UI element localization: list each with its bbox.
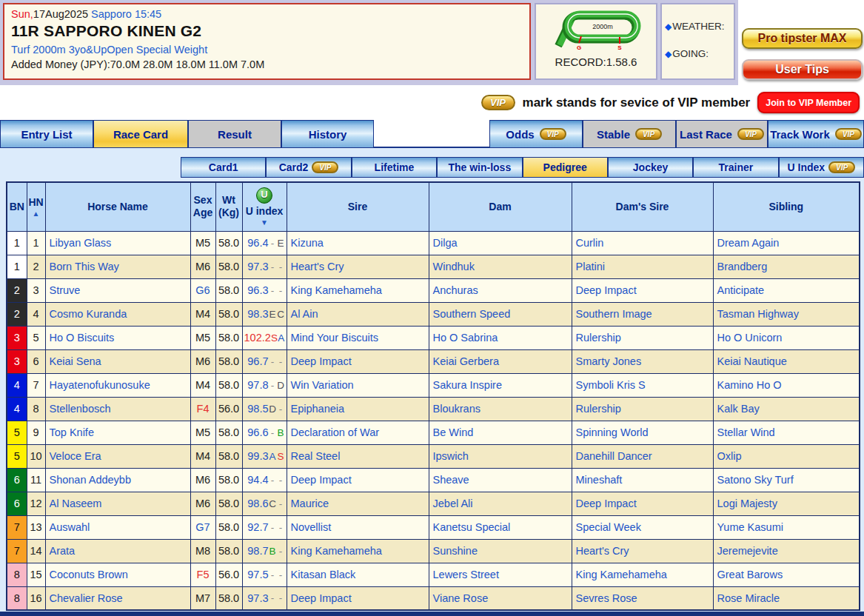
dam-link[interactable]: Sunshine: [429, 539, 572, 563]
dam-link[interactable]: Windhuk: [429, 255, 572, 278]
dam-link[interactable]: Southern Speed: [429, 302, 572, 326]
horse-name-link[interactable]: Hayatenofukunosuke: [45, 373, 190, 397]
dam-sire-link[interactable]: Mineshaft: [572, 468, 713, 492]
sibling-link[interactable]: Brandberg: [713, 255, 860, 278]
dam-sire-link[interactable]: Platini: [572, 255, 713, 278]
dam-sire-link[interactable]: Smarty Jones: [572, 349, 713, 373]
horse-name-link[interactable]: Al Naseem: [45, 492, 190, 515]
subtab-pedigree[interactable]: Pedigree: [523, 157, 608, 178]
sire-link[interactable]: Deep Impact: [287, 586, 429, 610]
dam-sire-link[interactable]: Rulership: [572, 397, 713, 421]
dam-sire-link[interactable]: Deep Impact: [572, 278, 713, 302]
pro-tipster-max-button[interactable]: Pro tipster MAX: [742, 28, 863, 49]
sire-link[interactable]: Win Variation: [287, 373, 429, 397]
sire-link[interactable]: Al Ain: [287, 302, 429, 326]
sibling-link[interactable]: Rose Miracle: [713, 586, 860, 610]
sire-link[interactable]: Mind Your Biscuits: [287, 326, 429, 349]
sibling-link[interactable]: Keiai Nautique: [713, 349, 860, 373]
sibling-link[interactable]: Satono Sky Turf: [713, 468, 860, 492]
sibling-link[interactable]: Jeremejevite: [713, 539, 860, 563]
tab-result[interactable]: Result: [188, 120, 281, 148]
dam-sire-link[interactable]: Deep Impact: [572, 492, 713, 515]
horse-name-link[interactable]: Libyan Glass: [45, 231, 190, 255]
dam-sire-link[interactable]: Danehill Dancer: [572, 444, 713, 468]
tab-stable[interactable]: StableVIP: [583, 120, 676, 148]
subtab-card2[interactable]: Card2VIP: [266, 157, 351, 178]
horse-name-link[interactable]: Auswahl: [45, 515, 190, 539]
tab-odds[interactable]: OddsVIP: [489, 120, 583, 148]
horse-name-link[interactable]: Cosmo Kuranda: [45, 302, 190, 326]
tab-last-race[interactable]: Last RaceVIP: [676, 120, 768, 148]
sire-link[interactable]: Novellist: [287, 515, 429, 539]
join-vip-button[interactable]: Join to VIP Member: [757, 92, 860, 113]
tab-history[interactable]: History: [281, 120, 374, 148]
horse-name-link[interactable]: Veloce Era: [45, 444, 190, 468]
dam-sire-link[interactable]: Heart's Cry: [572, 539, 713, 563]
tab-race-card[interactable]: Race Card: [93, 120, 188, 148]
subtab-the-win-loss[interactable]: The win-loss: [437, 157, 522, 178]
sire-link[interactable]: King Kamehameha: [287, 278, 429, 302]
horse-name-link[interactable]: Born This Way: [45, 255, 190, 278]
dam-link[interactable]: Kanetsu Special: [429, 515, 572, 539]
horse-name-link[interactable]: Coconuts Brown: [45, 563, 190, 586]
dam-sire-link[interactable]: Spinning World: [572, 421, 713, 444]
sire-link[interactable]: Epiphaneia: [287, 397, 429, 421]
dam-sire-link[interactable]: Special Week: [572, 515, 713, 539]
dam-link[interactable]: Ipswich: [429, 444, 572, 468]
sibling-link[interactable]: Kamino Ho O: [713, 373, 860, 397]
sire-link[interactable]: Heart's Cry: [287, 255, 429, 278]
sibling-link[interactable]: Stellar Wind: [713, 421, 860, 444]
col-header-u-index[interactable]: UU index▼: [242, 182, 287, 231]
dam-sire-link[interactable]: Curlin: [572, 231, 713, 255]
subtab-card1[interactable]: Card1: [181, 157, 266, 178]
sire-link[interactable]: Declaration of War: [287, 421, 429, 444]
horse-name-link[interactable]: Arata: [45, 539, 190, 563]
dam-sire-link[interactable]: King Kamehameha: [572, 563, 713, 586]
subtab-u-index[interactable]: U IndexVIP: [779, 157, 864, 178]
dam-link[interactable]: Jebel Ali: [429, 492, 572, 515]
dam-link[interactable]: Sheave: [429, 468, 572, 492]
horse-name-link[interactable]: Stellenbosch: [45, 397, 190, 421]
sire-link[interactable]: Real Steel: [287, 444, 429, 468]
dam-link[interactable]: Lewers Street: [429, 563, 572, 586]
horse-name-link[interactable]: Shonan Addeybb: [45, 468, 190, 492]
sire-link[interactable]: Deep Impact: [287, 468, 429, 492]
sort-asc-icon[interactable]: ▲: [27, 210, 45, 218]
user-tips-button[interactable]: User Tips: [742, 59, 863, 80]
dam-link[interactable]: Sakura Inspire: [429, 373, 572, 397]
subtab-trainer[interactable]: Trainer: [693, 157, 778, 178]
dam-sire-link[interactable]: Rulership: [572, 326, 713, 349]
sire-link[interactable]: King Kamehameha: [287, 539, 429, 563]
sire-link[interactable]: Deep Impact: [287, 349, 429, 373]
sire-link[interactable]: Kitasan Black: [287, 563, 429, 586]
sibling-link[interactable]: Oxlip: [713, 444, 860, 468]
horse-name-link[interactable]: Chevalier Rose: [45, 586, 190, 610]
dam-link[interactable]: Dilga: [429, 231, 572, 255]
dam-sire-link[interactable]: Symboli Kris S: [572, 373, 713, 397]
sibling-link[interactable]: Great Barows: [713, 563, 860, 586]
sibling-link[interactable]: Kalk Bay: [713, 397, 860, 421]
sibling-link[interactable]: Ho O Unicorn: [713, 326, 860, 349]
horse-name-link[interactable]: Keiai Sena: [45, 349, 190, 373]
horse-name-link[interactable]: Ho O Biscuits: [45, 326, 190, 349]
dam-link[interactable]: Ho O Sabrina: [429, 326, 572, 349]
dam-sire-link[interactable]: Southern Image: [572, 302, 713, 326]
sire-link[interactable]: Maurice: [287, 492, 429, 515]
sibling-link[interactable]: Logi Majesty: [713, 492, 860, 515]
sort-desc-icon[interactable]: ▼: [243, 219, 287, 227]
horse-name-link[interactable]: Top Knife: [45, 421, 190, 444]
tab-entry-list[interactable]: Entry List: [0, 120, 93, 148]
subtab-lifetime[interactable]: Lifetime: [352, 157, 437, 178]
tab-track-work[interactable]: Track WorkVIP: [768, 120, 864, 148]
dam-sire-link[interactable]: Sevres Rose: [572, 586, 713, 610]
dam-link[interactable]: Bloukrans: [429, 397, 572, 421]
sibling-link[interactable]: Yume Kasumi: [713, 515, 860, 539]
dam-link[interactable]: Keiai Gerbera: [429, 349, 572, 373]
dam-link[interactable]: Be Wind: [429, 421, 572, 444]
subtab-jockey[interactable]: Jockey: [608, 157, 693, 178]
col-header-hn[interactable]: HN▲: [27, 182, 45, 231]
dam-link[interactable]: Anchuras: [429, 278, 572, 302]
sibling-link[interactable]: Dream Again: [713, 231, 860, 255]
sibling-link[interactable]: Anticipate: [713, 278, 860, 302]
horse-name-link[interactable]: Struve: [45, 278, 190, 302]
